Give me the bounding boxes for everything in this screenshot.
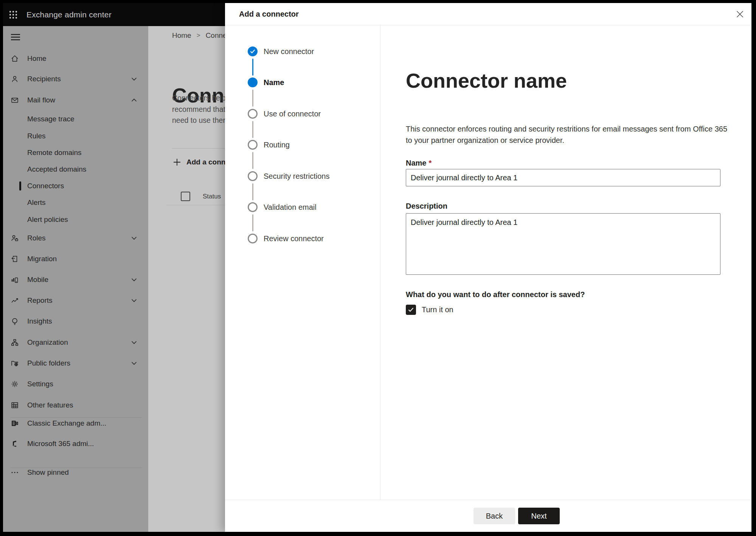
add-connector-dialog: Add a connector New connector Name Use o… — [225, 3, 751, 532]
lightbulb-icon — [11, 317, 19, 325]
folder-globe-icon — [11, 359, 19, 367]
sidebar-item-alerts[interactable]: Alerts — [3, 194, 148, 211]
breadcrumb-home-link[interactable]: Home — [172, 31, 191, 40]
sidebar-item-settings[interactable]: Settings — [3, 376, 148, 392]
hamburger-menu-icon[interactable] — [11, 33, 22, 43]
sidebar-item-mobile[interactable]: Mobile — [3, 271, 148, 288]
breadcrumb: Home > Conne — [172, 31, 227, 40]
page-intro-text: Connectors help recommend that need to u… — [172, 93, 226, 126]
step-upcoming-circle — [248, 202, 258, 212]
back-button[interactable]: Back — [473, 508, 515, 524]
breadcrumb-separator: > — [197, 32, 200, 39]
sidebar-item-home[interactable]: Home — [3, 50, 148, 67]
chevron-down-icon — [131, 362, 137, 365]
step-upcoming-circle — [248, 171, 258, 181]
description-field-label: Description — [406, 202, 447, 211]
name-input[interactable] — [406, 169, 720, 186]
turn-on-checkbox[interactable] — [406, 305, 416, 315]
ellipsis-icon — [11, 468, 19, 477]
turn-on-label: Turn it on — [422, 305, 453, 314]
step-upcoming-circle — [248, 234, 258, 243]
sidebar-item-migration[interactable]: Migration — [3, 251, 148, 267]
wizard-step-use-of-connector: Use of connector — [248, 109, 321, 119]
sidebar-item-accepted-domains[interactable]: Accepted domains — [3, 161, 148, 178]
sidebar-item-mail-flow[interactable]: Mail flow — [3, 92, 148, 108]
chevron-down-icon — [131, 237, 137, 240]
step-upcoming-circle — [248, 140, 258, 150]
home-icon — [11, 54, 19, 63]
name-field-label: Name* — [406, 159, 432, 167]
sidebar-nav: Home Recipients Mail flow Message trace … — [3, 26, 148, 532]
turn-it-on-option[interactable]: Turn it on — [406, 305, 453, 315]
sidebar-item-connectors[interactable]: Connectors — [3, 178, 148, 194]
sidebar-item-show-pinned[interactable]: Show pinned — [3, 464, 148, 481]
chevron-down-icon — [131, 299, 137, 302]
sidebar-item-alert-policies[interactable]: Alert policies — [3, 211, 148, 228]
after-save-question: What do you want to do after connector i… — [406, 290, 585, 299]
wizard-step-routing: Routing — [248, 140, 290, 150]
app-launcher-icon[interactable] — [8, 10, 18, 20]
step-current-dot — [248, 77, 258, 87]
org-chart-icon — [11, 338, 19, 347]
screenshot-frame: Exchange admin center Home Recipients — [0, 0, 756, 536]
sidebar-item-roles[interactable]: Roles — [3, 230, 148, 246]
dialog-header-border — [225, 25, 751, 25]
sidebar-item-insights[interactable]: Insights — [3, 313, 148, 330]
chevron-down-icon — [131, 278, 137, 282]
mail-icon — [11, 96, 19, 104]
connector-description-text: This connector enforces routing and secu… — [406, 123, 727, 146]
wizard-divider — [380, 25, 380, 500]
person-badge-icon — [11, 234, 19, 242]
exchange-logo-icon — [11, 419, 19, 428]
microsoft365-logo-icon — [11, 440, 19, 448]
next-button[interactable]: Next — [518, 508, 560, 524]
wizard-step-review-connector: Review connector — [248, 234, 324, 243]
chevron-up-icon — [131, 99, 137, 102]
select-all-checkbox[interactable] — [181, 192, 190, 201]
gear-icon — [11, 380, 19, 388]
wizard-step-new-connector: New connector — [248, 46, 314, 56]
status-column-header[interactable]: Status — [203, 193, 221, 200]
migration-icon — [11, 255, 19, 263]
checkmark-icon — [408, 307, 414, 312]
sidebar-item-public-folders[interactable]: Public folders — [3, 355, 148, 372]
breadcrumb-current: Conne — [206, 31, 227, 40]
step-completed-check-icon — [248, 46, 258, 56]
step-upcoming-circle — [248, 109, 258, 119]
mobile-icon — [11, 276, 19, 284]
table-grid-icon — [11, 401, 19, 409]
sidebar-item-recipients[interactable]: Recipients — [3, 71, 148, 87]
connector-name-heading: Connector name — [406, 67, 567, 94]
sidebar-item-organization[interactable]: Organization — [3, 334, 148, 351]
dialog-footer-border — [225, 500, 751, 500]
plus-icon — [172, 157, 182, 167]
wizard-step-validation-email: Validation email — [248, 202, 317, 212]
sidebar-item-classic-exchange-admin[interactable]: Classic Exchange adm... — [3, 415, 148, 432]
required-asterisk: * — [428, 159, 432, 167]
sidebar-item-remote-domains[interactable]: Remote domains — [3, 144, 148, 161]
sidebar-item-microsoft-365-admin[interactable]: Microsoft 365 admi... — [3, 435, 148, 452]
app-title: Exchange admin center — [26, 10, 112, 19]
description-textarea[interactable]: Deliver journal directly to Area 1 — [406, 213, 720, 275]
dialog-title: Add a connector — [239, 3, 299, 25]
chevron-down-icon — [131, 77, 137, 81]
sidebar-item-message-trace[interactable]: Message trace — [3, 111, 148, 127]
sidebar-item-reports[interactable]: Reports — [3, 292, 148, 309]
chevron-down-icon — [131, 341, 137, 344]
add-connector-button[interactable]: Add a conn — [172, 155, 225, 169]
line-chart-icon — [11, 296, 19, 305]
person-icon — [11, 75, 19, 83]
close-icon[interactable] — [735, 9, 745, 19]
wizard-step-security-restrictions: Security restrictions — [248, 171, 330, 181]
sidebar-item-other-features[interactable]: Other features — [3, 397, 148, 414]
sidebar-item-rules[interactable]: Rules — [3, 128, 148, 144]
selected-indicator — [19, 181, 21, 191]
wizard-step-name: Name — [248, 77, 284, 87]
